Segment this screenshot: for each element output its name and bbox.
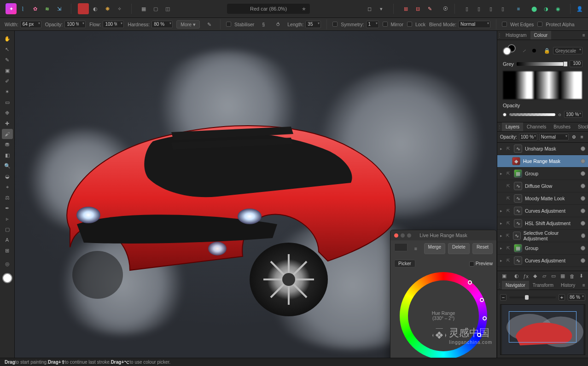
text-tool-icon[interactable]: A [2, 235, 13, 245]
zoom-in-button[interactable]: + [559, 294, 565, 301]
hue-handle-1[interactable] [468, 280, 472, 285]
rope-mode-icon[interactable]: § [258, 19, 269, 30]
fx-icon[interactable]: ƒx [522, 273, 530, 280]
panel-menu-icon[interactable]: ≡ [580, 33, 588, 38]
snap2-icon[interactable]: ⊟ [412, 3, 423, 14]
tab-histogram[interactable]: Histogram [502, 31, 530, 40]
visibility-toggle[interactable] [581, 233, 585, 238]
hardness-input[interactable] [151, 21, 173, 28]
paint-brush-tool-icon[interactable]: 🖌 [2, 129, 13, 139]
arrange-backward-icon[interactable]: ▯ [473, 3, 484, 14]
close-icon[interactable] [394, 233, 398, 238]
persona-export-icon[interactable]: ⇲ [53, 3, 64, 14]
fg-bg-swatches[interactable] [503, 44, 516, 57]
tab-layers[interactable]: Layers [502, 122, 523, 131]
hue-handle-2[interactable] [480, 298, 484, 302]
persona-liquify-icon[interactable]: ✿ [29, 3, 41, 14]
panel-grip-icon[interactable]: ⋮ [497, 33, 502, 38]
boolean-add-icon[interactable]: ⬤ [529, 3, 540, 14]
layer-blend-select[interactable] [539, 134, 569, 140]
selection-brush-tool-icon[interactable]: ✐ [2, 76, 13, 86]
hue-range-dialog[interactable]: Live Hue Range Mask ≡ Merge Delete Reset… [390, 230, 497, 358]
preview-check[interactable] [469, 261, 474, 267]
favourite-icon[interactable]: ★ [302, 6, 306, 12]
merge-down-icon[interactable]: ⬇ [577, 273, 585, 280]
visibility-toggle[interactable] [581, 184, 585, 188]
live-filter-icon[interactable]: ◆ [531, 273, 539, 280]
dialog-titlebar[interactable]: Live Hue Range Mask [390, 230, 496, 240]
crop-icon[interactable]: ▱ [540, 273, 548, 280]
boolean-subtract-icon[interactable]: ◑ [541, 3, 552, 14]
visibility-toggle[interactable] [581, 146, 585, 151]
panel-grip-icon[interactable]: ⋮ [497, 283, 502, 288]
fill-tool-icon[interactable]: ⛃ [2, 139, 13, 150]
assistant-icon[interactable]: ⦿ [440, 3, 451, 14]
disclosure-icon[interactable]: ▸ [500, 221, 504, 226]
heal-tool-icon[interactable]: ✚ [2, 118, 13, 128]
persona-develop-icon[interactable]: ≋ [41, 3, 52, 14]
opacity-handle-icon[interactable] [503, 113, 506, 116]
delete-layer-icon[interactable]: 🗑 [568, 273, 576, 280]
clone-tool-icon[interactable]: ⌖ [2, 182, 13, 192]
length-input[interactable] [305, 21, 321, 28]
tab-brushes[interactable]: Brushes [550, 122, 574, 131]
wet-check[interactable] [502, 22, 507, 27]
node-tool-icon[interactable]: ▹ [2, 214, 13, 224]
zoom-out-button[interactable]: − [500, 294, 506, 301]
arrange-back-icon[interactable]: ▯ [461, 3, 472, 14]
account-icon[interactable]: 👤 [574, 3, 585, 14]
layer-row[interactable]: ◆Hue Range Mask [497, 155, 588, 168]
dodge-tool-icon[interactable]: ◒ [2, 171, 13, 181]
blend-select[interactable] [458, 21, 490, 28]
layer-cog-icon[interactable]: ⚙ [571, 134, 577, 139]
marquee-tool-icon[interactable]: ▭ [2, 97, 13, 107]
canvas-viewport[interactable]: Live Hue Range Mask ≡ Merge Delete Reset… [15, 31, 497, 358]
hand-tool-icon[interactable]: ✋ [2, 34, 13, 44]
flow-input[interactable] [103, 21, 124, 28]
merge-button[interactable]: Merge [424, 243, 445, 254]
noise-toggle-icon[interactable]: ○ [558, 112, 561, 117]
mesh-tool-icon[interactable]: ⊞ [2, 245, 13, 256]
select-none-icon[interactable]: ▢ [150, 3, 161, 14]
quicklook-icon[interactable]: ◻ [364, 3, 375, 14]
visibility-toggle[interactable] [581, 171, 585, 176]
layer-row[interactable]: ▸⇱∿HSL Shift Adjustment [497, 217, 588, 230]
layer-fx-icon[interactable]: ≡ [579, 134, 585, 139]
hue-handle-3[interactable] [483, 316, 487, 320]
tab-transform[interactable]: Transform [529, 281, 557, 290]
width-input[interactable] [20, 21, 41, 28]
reset-button[interactable]: Reset [472, 243, 493, 254]
preset-menu-icon[interactable]: ≡ [410, 243, 421, 254]
visibility-toggle[interactable] [581, 196, 585, 201]
zoom-slider[interactable] [509, 296, 556, 298]
zoom-tool-icon[interactable]: 🔍 [2, 161, 13, 171]
panel-menu-icon[interactable]: ≡ [580, 283, 588, 288]
app-logo-icon[interactable]: ✦ [6, 3, 17, 14]
stabiliser-check[interactable] [226, 22, 231, 27]
tab-history[interactable]: History [557, 281, 579, 290]
tab-navigator[interactable]: Navigator [502, 281, 529, 290]
hue-wheel[interactable]: Hue Range (330° – 2°) [400, 272, 487, 358]
arrange-front-icon[interactable]: ▯ [497, 3, 508, 14]
mirror-check[interactable] [383, 22, 388, 27]
lock-colour-icon[interactable]: 🔒 [544, 48, 550, 54]
tab-colour[interactable]: Colour [530, 31, 551, 40]
pen-tool-icon[interactable]: ✒ [2, 203, 13, 213]
view-reset-icon[interactable]: ◎ [2, 259, 13, 269]
tab-stock[interactable]: Stock [574, 122, 588, 131]
arrange-forward-icon[interactable]: ▯ [485, 3, 496, 14]
shape-tool-icon[interactable]: ▢ [2, 224, 13, 234]
window-mode-icon[interactable]: ⥀ [273, 19, 284, 30]
persona-photo-icon[interactable]: ⦚ [17, 3, 29, 14]
eyedropper-icon[interactable]: ⟋ [518, 45, 530, 56]
disclosure-icon[interactable]: ▸ [500, 171, 504, 176]
auto-icon[interactable]: ✧ [114, 3, 125, 14]
preset-select[interactable] [394, 243, 408, 251]
zoom-input[interactable] [568, 294, 585, 301]
opacity-input[interactable] [64, 21, 86, 28]
force-pixel-icon[interactable]: ✎ [424, 3, 435, 14]
picker-button[interactable]: Picker [394, 260, 415, 267]
visibility-toggle[interactable] [581, 221, 585, 226]
align-icon[interactable]: ≡ [513, 3, 524, 14]
navigator-preview[interactable] [500, 304, 585, 355]
